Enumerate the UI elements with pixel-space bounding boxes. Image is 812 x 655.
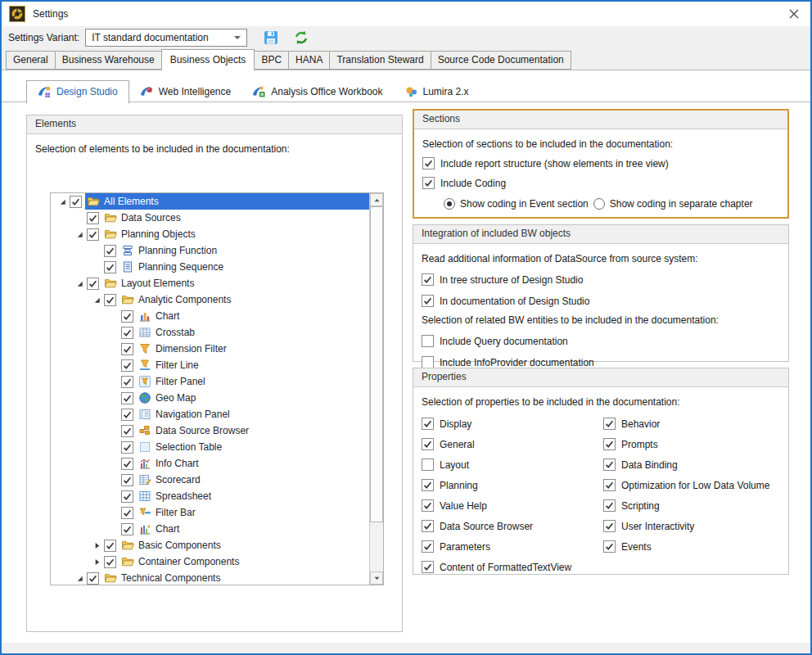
tab-general[interactable]: General bbox=[6, 51, 56, 70]
tree-checkbox[interactable] bbox=[121, 359, 133, 372]
checkbox-icon[interactable] bbox=[422, 540, 434, 553]
subtab-design-studio[interactable]: Design Studio bbox=[26, 80, 129, 104]
checkbox-user-interactivity[interactable]: User Interactivity bbox=[603, 520, 788, 532]
checkbox-in-tree-structure-of-design-studio[interactable]: In tree structure of Design Studio bbox=[422, 273, 780, 286]
tree-item-crosstab[interactable]: Crosstab bbox=[51, 324, 369, 341]
checkbox-icon[interactable] bbox=[422, 356, 434, 368]
checkbox-icon[interactable] bbox=[422, 335, 434, 347]
checkbox-icon[interactable] bbox=[422, 295, 434, 307]
tree-item-data-sources[interactable]: Data Sources bbox=[51, 210, 369, 226]
tab-source-code-documentation[interactable]: Source Code Documentation bbox=[431, 51, 571, 70]
tree-item-chart[interactable]: Chart bbox=[51, 521, 369, 537]
checkbox-icon[interactable] bbox=[422, 177, 435, 189]
checkbox-optimization-for-low-data-volume[interactable]: Optimization for Low Data Volume bbox=[603, 479, 788, 491]
expanded-arrow-icon[interactable] bbox=[74, 229, 85, 239]
tree-item-technical-components[interactable]: Technical Components bbox=[51, 570, 369, 585]
save-variant-button[interactable] bbox=[264, 30, 278, 45]
tab-bpc[interactable]: BPC bbox=[254, 51, 289, 70]
checkbox-events[interactable]: Events bbox=[603, 540, 788, 553]
checkbox-icon[interactable] bbox=[422, 418, 434, 430]
tree-checkbox[interactable] bbox=[121, 523, 133, 535]
checkbox-parameters[interactable]: Parameters bbox=[422, 540, 603, 553]
checkbox-icon[interactable] bbox=[422, 479, 434, 491]
scroll-up-button[interactable] bbox=[370, 193, 383, 206]
tree-item-filter-panel[interactable]: Filter Panel bbox=[51, 373, 369, 390]
tree-item-all-elements[interactable]: All Elements bbox=[51, 193, 369, 210]
tree-item-navigation-panel[interactable]: Navigation Panel bbox=[51, 406, 369, 422]
tree-item-filter-line[interactable]: Filter Line bbox=[51, 357, 369, 373]
refresh-button[interactable] bbox=[294, 30, 309, 45]
expanded-arrow-icon[interactable] bbox=[74, 278, 85, 288]
checkbox-behavior[interactable]: Behavior bbox=[603, 418, 788, 430]
tree-checkbox[interactable] bbox=[121, 425, 133, 437]
expanded-arrow-icon[interactable] bbox=[92, 295, 102, 305]
checkbox-general[interactable]: General bbox=[422, 438, 603, 450]
tree-checkbox[interactable] bbox=[121, 392, 133, 404]
tab-business-warehouse[interactable]: Business Warehouse bbox=[55, 51, 162, 70]
checkbox-include-infoprovider-documentation[interactable]: Include InfoProvider documentation bbox=[422, 356, 780, 368]
checkbox-icon[interactable] bbox=[603, 540, 616, 553]
checkbox-data-source-browser[interactable]: Data Source Browser bbox=[422, 520, 603, 532]
checkbox-scripting[interactable]: Scripting bbox=[603, 499, 788, 512]
checkbox-icon[interactable] bbox=[603, 438, 616, 450]
checkbox-include-query-documentation[interactable]: Include Query documentation bbox=[422, 335, 780, 347]
tab-business-objects[interactable]: Business Objects bbox=[161, 49, 255, 70]
tree-checkbox[interactable] bbox=[104, 261, 116, 273]
tree-checkbox[interactable] bbox=[87, 572, 99, 585]
tree-item-data-source-browser[interactable]: Data Source Browser bbox=[51, 422, 369, 439]
tree-checkbox[interactable] bbox=[121, 327, 133, 339]
expanded-arrow-icon[interactable] bbox=[74, 573, 85, 583]
tree-item-geo-map[interactable]: Geo Map bbox=[51, 390, 369, 406]
tree-checkbox[interactable] bbox=[104, 245, 116, 257]
tree-scrollbar[interactable] bbox=[369, 193, 383, 585]
close-icon[interactable] bbox=[788, 8, 800, 20]
checkbox-in-documentation-of-design-studio[interactable]: In documentation of Design Studio bbox=[422, 295, 780, 307]
tree-checkbox[interactable] bbox=[87, 278, 99, 290]
checkbox-icon[interactable] bbox=[422, 520, 434, 532]
checkbox-prompts[interactable]: Prompts bbox=[603, 438, 788, 450]
checkbox-icon[interactable] bbox=[422, 499, 434, 512]
checkbox-icon[interactable] bbox=[422, 458, 434, 471]
checkbox-icon[interactable] bbox=[422, 438, 434, 450]
subtab-analysis-office-workbook[interactable]: Analysis Office Workbook bbox=[241, 81, 393, 103]
settings-variant-dropdown[interactable]: IT standard documentation bbox=[85, 29, 247, 47]
checkbox-display[interactable]: Display bbox=[422, 418, 603, 430]
checkbox-icon[interactable] bbox=[603, 458, 616, 471]
tree-checkbox[interactable] bbox=[104, 294, 116, 306]
checkbox-icon[interactable] bbox=[603, 520, 616, 532]
checkbox-layout[interactable]: Layout bbox=[422, 458, 603, 471]
checkbox-icon[interactable] bbox=[603, 418, 616, 430]
radio-show-coding-in-separate-chapter[interactable]: Show coding in separate chapter bbox=[593, 198, 753, 210]
checkbox-icon[interactable] bbox=[422, 157, 435, 169]
tab-hana[interactable]: HANA bbox=[288, 51, 330, 70]
tree-item-spreadsheet[interactable]: Spreadsheet bbox=[51, 488, 369, 504]
checkbox-content-of-formattedtextview[interactable]: Content of FormattedTextView bbox=[422, 561, 603, 573]
checkbox-data-binding[interactable]: Data Binding bbox=[603, 458, 788, 471]
scroll-down-button[interactable] bbox=[370, 571, 383, 585]
tree-item-dimension-filter[interactable]: Dimension Filter bbox=[51, 341, 369, 357]
tree-checkbox[interactable] bbox=[104, 540, 116, 552]
tab-translation-steward[interactable]: Translation Steward bbox=[329, 51, 431, 70]
checkbox-include-coding[interactable]: Include Coding bbox=[422, 177, 779, 189]
radio-icon[interactable] bbox=[444, 198, 455, 210]
tree-checkbox[interactable] bbox=[121, 409, 133, 421]
subtab-lumira-2-x[interactable]: Lumira 2.x bbox=[394, 81, 480, 103]
tree-checkbox[interactable] bbox=[87, 212, 99, 224]
tree-checkbox[interactable] bbox=[87, 228, 99, 241]
radio-show-coding-in-event-section[interactable]: Show coding in Event section bbox=[444, 198, 589, 210]
checkbox-icon[interactable] bbox=[603, 479, 616, 491]
tree-item-info-chart[interactable]: Info Chart bbox=[51, 455, 369, 472]
tree-checkbox[interactable] bbox=[121, 507, 133, 519]
tree-item-container-components[interactable]: Container Components bbox=[51, 553, 369, 570]
checkbox-planning[interactable]: Planning bbox=[422, 479, 603, 491]
tree-item-scorecard[interactable]: Scorecard bbox=[51, 472, 369, 488]
checkbox-icon[interactable] bbox=[422, 561, 434, 573]
subtab-web-intelligence[interactable]: Web Intelligence bbox=[129, 81, 242, 103]
tree-item-planning-function[interactable]: Planning Function bbox=[51, 242, 369, 259]
tree-checkbox[interactable] bbox=[121, 310, 133, 323]
tree-item-layout-elements[interactable]: Layout Elements bbox=[51, 275, 369, 291]
tree-checkbox[interactable] bbox=[121, 441, 133, 454]
tree-checkbox[interactable] bbox=[104, 556, 116, 568]
tree-item-analytic-components[interactable]: Analytic Components bbox=[51, 291, 369, 308]
radio-icon[interactable] bbox=[593, 198, 605, 210]
